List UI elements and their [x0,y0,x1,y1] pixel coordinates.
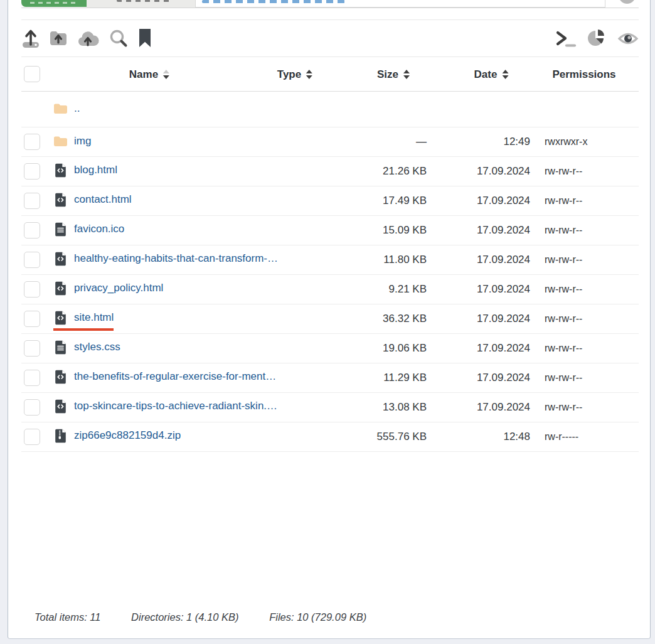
file-permissions: rw-rw-r-- [530,195,639,207]
column-header-size[interactable]: Size [377,57,410,92]
table-row: privacy_policy.html 9.21 KB 17.09.2024 r… [21,275,639,304]
path-text-fragment [202,0,345,3]
sort-arrows-icon [163,70,169,79]
sort-arrows-icon [403,70,410,79]
total-items: Total items: 11 [35,611,100,623]
column-header-type[interactable]: Type [277,57,312,92]
code-file-icon [53,399,67,414]
file-permissions: rw-rw-r-- [530,225,639,236]
select-all-checkbox[interactable] [24,66,40,82]
file-name-link[interactable]: favicon.ico [74,223,124,235]
upload-icon[interactable] [21,28,40,48]
code-file-icon [53,163,67,178]
file-name-link[interactable]: img [74,135,91,148]
files-summary: Files: 10 (729.09 KB) [269,611,366,623]
file-permissions: rw-r----- [530,431,639,443]
table-row: .. [21,92,639,127]
search-icon[interactable] [109,28,129,48]
sort-arrows-icon [306,70,312,79]
table-row: top-skincare-tips-to-achieve-radiant-ski… [21,393,639,422]
topbar [8,0,650,8]
file-date: 17.09.2024 [427,254,530,266]
row-checkbox[interactable] [24,281,40,298]
zip-file-icon [53,429,67,443]
file-date: 17.09.2024 [427,283,530,296]
row-checkbox[interactable] [24,163,40,180]
file-permissions: rw-rw-r-- [530,313,639,325]
file-name-link[interactable]: the-benefits-of-regular-exercise-for-men… [74,370,276,383]
help-icon[interactable] [619,0,636,4]
file-date: 17.09.2024 [427,165,530,178]
pie-chart-icon[interactable] [587,28,607,48]
terminal-icon[interactable] [555,29,577,48]
path-field[interactable] [196,0,605,8]
summary-footer: Total items: 11 Directories: 1 (4.10 KB)… [35,611,394,623]
file-date: 17.09.2024 [427,401,530,414]
file-date: 17.09.2024 [427,372,530,384]
folder-icon [53,136,67,147]
file-manager-panel: Name Type Size Date Permissions [8,0,651,639]
file-name-link[interactable]: blog.html [74,164,117,176]
row-checkbox[interactable] [24,222,40,239]
file-size: 555.76 KB [345,431,427,443]
cloud-upload-icon[interactable] [77,30,100,47]
topbar-green-button[interactable] [21,0,87,7]
bookmark-icon[interactable] [137,28,152,48]
row-checkbox[interactable] [24,311,40,327]
toolbar-row [21,20,639,56]
table-header: Name Type Size Date Permissions [21,57,639,92]
file-permissions: rw-rw-r-- [530,372,639,384]
table-row: site.html 36.32 KB 17.09.2024 rw-rw-r-- [21,304,639,334]
file-date: 17.09.2024 [427,224,530,237]
file-size: 15.09 KB [345,224,427,237]
code-file-icon [53,252,67,266]
file-name-link[interactable]: privacy_policy.html [74,282,163,294]
doc-file-icon [53,222,67,237]
folder-upload-icon[interactable] [49,30,68,47]
tab-label-fragment [117,0,171,2]
table-row: styles.css 19.06 KB 17.09.2024 rw-rw-r-- [21,334,639,363]
file-name-link[interactable]: contact.html [74,193,132,206]
toolbar-right [545,28,639,48]
file-date: 12:48 [427,431,530,443]
row-checkbox[interactable] [24,399,40,416]
row-checkbox[interactable] [24,134,40,150]
code-file-icon [53,370,67,384]
topbar-border [21,8,639,8]
eye-icon[interactable] [617,30,639,47]
directories-summary: Directories: 1 (4.10 KB) [131,611,238,623]
code-file-icon [53,281,67,296]
file-size: 13.08 KB [345,401,427,414]
table-row: the-benefits-of-regular-exercise-for-men… [21,363,639,393]
file-name-link[interactable]: site.html [74,311,114,324]
file-size: 21.26 KB [345,165,427,178]
file-permissions: rwxrwxr-x [530,136,639,148]
column-header-name[interactable]: Name [129,57,169,92]
file-name-link[interactable]: styles.css [74,341,120,353]
green-button-label-fragment [30,2,78,4]
file-name-link[interactable]: top-skincare-tips-to-achieve-radiant-ski… [74,400,277,412]
file-list: .. img — 12:49 rwxrwxr-x blog.html 21.26… [21,92,639,452]
table-row: img — 12:49 rwxrwxr-x [21,127,639,157]
row-checkbox[interactable] [24,252,40,268]
doc-file-icon [53,340,67,355]
row-checkbox[interactable] [24,340,40,357]
topbar-tab[interactable] [87,0,196,8]
file-permissions: rw-rw-r-- [530,166,639,177]
table-row: favicon.ico 15.09 KB 17.09.2024 rw-rw-r-… [21,216,639,245]
row-checkbox[interactable] [24,370,40,386]
file-permissions: rw-rw-r-- [530,284,639,295]
code-file-icon [53,193,67,207]
row-checkbox[interactable] [24,193,40,209]
row-checkbox[interactable] [24,429,40,445]
table-row: healthy-eating-habits-that-can-transform… [21,245,639,275]
file-name-link[interactable]: healthy-eating-habits-that-can-transform… [74,252,278,265]
file-name-link[interactable]: zip66e9c882159d4.zip [74,429,181,442]
column-header-date[interactable]: Date [474,57,509,92]
file-date: 17.09.2024 [427,342,530,355]
file-name-link[interactable]: .. [74,102,80,115]
file-size: 11.80 KB [345,254,427,266]
file-permissions: rw-rw-r-- [530,343,639,354]
file-size: — [345,136,427,148]
file-size: 11.29 KB [345,372,427,384]
